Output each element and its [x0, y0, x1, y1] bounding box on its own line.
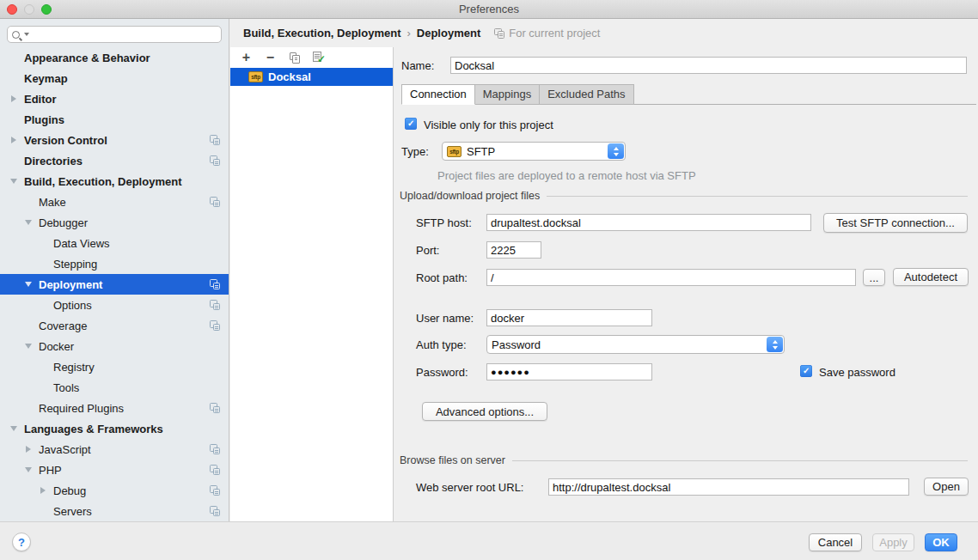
per-project-icon [210, 485, 220, 496]
sidebar-item-label: Stepping [53, 258, 97, 271]
sidebar-item-plugins[interactable]: Plugins [0, 109, 229, 130]
sidebar-item-label: Directories [24, 155, 83, 167]
password-input[interactable] [486, 363, 652, 380]
sidebar-item-make[interactable]: Make [0, 192, 229, 212]
sidebar-item-deployment[interactable]: Deployment [0, 274, 229, 295]
auth-type-selected-value: Password [492, 338, 541, 351]
chevron-right-icon[interactable] [21, 446, 35, 453]
chevron-right-icon[interactable] [7, 137, 21, 143]
sidebar-item-docker[interactable]: Docker [0, 336, 229, 356]
sidebar-item-label: Coverage [39, 320, 87, 332]
server-item-docksal[interactable]: sftpDocksal [230, 68, 393, 86]
chevron-down-icon[interactable] [21, 220, 35, 225]
save-password-checkbox[interactable] [800, 365, 812, 377]
sidebar-item-stepping[interactable]: Stepping [0, 253, 229, 274]
sidebar-item-debug[interactable]: Debug [0, 480, 229, 501]
sidebar-item-build-execution-deployment[interactable]: Build, Execution, Deployment [0, 171, 229, 192]
password-label: Password: [416, 366, 468, 379]
user-name-input[interactable] [486, 309, 652, 326]
root-path-input[interactable] [486, 269, 856, 286]
sidebar-item-keymap[interactable]: Keymap [0, 68, 229, 88]
sidebar-item-coverage[interactable]: Coverage [0, 315, 229, 336]
type-label: Type: [401, 145, 429, 158]
sidebar-item-version-control[interactable]: Version Control [0, 130, 229, 150]
per-project-icon [210, 444, 220, 454]
search-field[interactable] [7, 26, 222, 43]
stepper-icon [608, 143, 624, 159]
toolbar-use-as-default-icon[interactable]: ✓ [312, 52, 325, 64]
search-icon [12, 31, 20, 39]
server-list-toolbar: +−✓ [230, 47, 393, 68]
ok-button[interactable]: OK [925, 533, 957, 551]
per-project-icon [210, 320, 220, 331]
browse-root-path-button[interactable]: ... [863, 269, 885, 286]
advanced-options-button[interactable]: Advanced options... [422, 402, 547, 421]
sidebar-item-registry[interactable]: Registry [0, 356, 229, 377]
toolbar-copy-server-icon[interactable] [288, 52, 301, 64]
settings-sidebar: Appearance & BehaviorKeymapEditorPlugins… [0, 19, 229, 521]
chevron-down-icon[interactable] [21, 282, 35, 287]
tab-excluded-paths[interactable]: Excluded Paths [540, 84, 633, 105]
dialog-footer: ? Cancel Apply OK [0, 521, 978, 560]
sidebar-item-javascript[interactable]: JavaScript [0, 439, 229, 460]
auth-type-select[interactable]: Password [486, 335, 785, 354]
test-sftp-connection-button[interactable]: Test SFTP connection... [823, 213, 968, 233]
sidebar-item-debugger[interactable]: Debugger [0, 212, 229, 233]
window-titlebar: Preferences [0, 0, 978, 19]
chevron-right-icon[interactable] [36, 487, 50, 494]
type-hint: Project files are deployed to a remote h… [437, 169, 696, 182]
sidebar-item-options[interactable]: Options [0, 295, 229, 315]
web-root-input[interactable] [548, 478, 909, 496]
settings-tree: Appearance & BehaviorKeymapEditorPlugins… [0, 47, 229, 521]
chevron-down-icon[interactable] [21, 467, 35, 472]
section-upload-label: Upload/download project files [400, 190, 540, 202]
breadcrumb-parent[interactable]: Build, Execution, Deployment [243, 27, 400, 40]
sidebar-item-data-views[interactable]: Data Views [0, 233, 229, 253]
sidebar-item-directories[interactable]: Directories [0, 150, 229, 171]
port-input[interactable] [486, 241, 541, 259]
search-input[interactable] [33, 27, 221, 41]
sftp-file-icon: sftp [248, 71, 263, 82]
sidebar-item-label: Required Plugins [39, 402, 124, 415]
type-select[interactable]: sftp SFTP [442, 142, 626, 161]
scope-badge: For current project [494, 27, 600, 40]
chevron-right-icon[interactable] [7, 95, 21, 102]
sidebar-item-label: Editor [24, 93, 57, 106]
sidebar-item-appearance-behavior[interactable]: Appearance & Behavior [0, 47, 229, 68]
apply-button[interactable]: Apply [872, 533, 914, 551]
toolbar-add-server-icon[interactable]: + [240, 52, 253, 64]
sidebar-item-tools[interactable]: Tools [0, 377, 229, 398]
search-options-caret-icon[interactable] [24, 33, 29, 36]
chevron-down-icon[interactable] [7, 426, 21, 431]
visible-only-checkbox[interactable] [405, 118, 417, 130]
name-input[interactable] [450, 57, 967, 74]
autodetect-button[interactable]: Autodetect [893, 268, 969, 286]
per-project-icon [210, 197, 220, 207]
sidebar-item-servers[interactable]: Servers [0, 501, 229, 521]
sidebar-item-label: Debug [53, 484, 86, 497]
help-button[interactable]: ? [12, 533, 31, 551]
breadcrumb-current: Deployment [417, 27, 480, 40]
sftp-host-input[interactable] [486, 214, 811, 231]
sidebar-item-php[interactable]: PHP [0, 460, 229, 480]
sidebar-item-label: Version Control [24, 134, 107, 147]
chevron-down-icon[interactable] [21, 344, 35, 349]
chevron-down-icon[interactable] [7, 179, 21, 184]
per-project-icon [210, 465, 220, 475]
toolbar-remove-server-icon[interactable]: − [264, 52, 277, 64]
per-project-icon [210, 135, 220, 145]
sidebar-item-languages-frameworks[interactable]: Languages & Frameworks [0, 418, 229, 439]
tab-mappings[interactable]: Mappings [475, 84, 540, 105]
sidebar-item-label: Data Views [53, 237, 110, 250]
visible-only-label: Visible only for this project [424, 119, 553, 131]
cancel-button[interactable]: Cancel [809, 533, 862, 551]
sidebar-item-label: PHP [39, 464, 62, 477]
tab-connection[interactable]: Connection [401, 84, 475, 105]
per-project-icon [494, 28, 504, 39]
deployment-form: Name: ConnectionMappingsExcluded Paths V… [394, 47, 978, 521]
sidebar-item-editor[interactable]: Editor [0, 88, 229, 109]
save-password-label: Save password [819, 366, 895, 379]
breadcrumb: Build, Execution, Deployment › Deploymen… [230, 19, 978, 47]
open-button[interactable]: Open [924, 478, 969, 496]
sidebar-item-required-plugins[interactable]: Required Plugins [0, 398, 229, 418]
